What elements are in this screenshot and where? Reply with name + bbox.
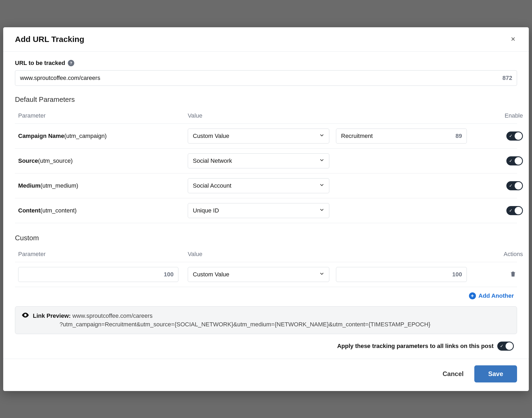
chevron-down-icon [319,182,325,189]
source-value-select[interactable]: Social Network [188,153,329,168]
campaign-label: Campaign Name(utm_campaign) [18,133,188,140]
medium-enable-toggle[interactable]: ✓ [506,181,523,190]
medium-label: Medium(utm_medium) [18,182,188,189]
default-params-title: Default Parameters [15,95,517,104]
preview-query: ?utm_campaign=Recruitment&utm_source={SO… [60,321,510,328]
content-enable-toggle[interactable]: ✓ [506,206,523,215]
modal-title: Add URL Tracking [15,35,84,44]
chevron-down-icon [319,207,325,214]
apply-all-label: Apply these tracking parameters to all l… [337,343,494,350]
check-icon: ✓ [509,184,513,188]
custom-param-input[interactable] [18,267,178,282]
row-campaign: Campaign Name(utm_campaign) Custom Value… [15,124,517,149]
custom-title: Custom [15,234,517,242]
content-value-select[interactable]: Unique ID [188,203,329,218]
apply-all-toggle[interactable]: ✓ [497,342,514,351]
source-label: Source(utm_source) [18,157,188,164]
eye-icon [22,312,29,319]
check-icon: ✓ [509,134,513,138]
col-custom-parameter: Parameter [18,251,188,258]
row-medium: Medium(utm_medium) Social Account ✓ [15,173,517,198]
url-label-row: URL to be tracked ? [15,60,517,67]
campaign-custom-wrap: 89 [336,129,467,144]
url-input[interactable] [15,70,517,86]
chevron-down-icon [319,132,325,140]
modal-header: Add URL Tracking ✕ [3,27,529,52]
trash-icon[interactable] [510,270,517,279]
medium-value-select[interactable]: Social Account [188,178,329,193]
chevron-down-icon [319,271,325,278]
row-content: Content(utm_content) Unique ID ✓ [15,198,517,223]
col-custom-value: Value [188,251,336,258]
col-enable: Enable [470,112,523,119]
chevron-down-icon [319,157,325,165]
preview-base-url: www.sproutcoffee.com/careers [72,312,152,319]
url-char-counter: 872 [502,75,512,82]
custom-row: 100 Custom Value 100 [15,262,517,287]
custom-value-select[interactable]: Custom Value [188,267,329,282]
default-params-header: Parameter Value Enable [15,108,517,124]
campaign-custom-counter: 89 [456,133,462,140]
row-source: Source(utm_source) Social Network ✓ [15,149,517,173]
modal-body: URL to be tracked ? 872 Default Paramete… [3,52,529,359]
source-enable-toggle[interactable]: ✓ [506,156,523,165]
link-preview-box: Link Preview: www.sproutcoffee.com/caree… [15,306,517,334]
preview-label: Link Preview: [33,312,71,319]
custom-value-input[interactable] [336,267,467,282]
cancel-button[interactable]: Cancel [439,366,467,381]
custom-header: Parameter Value Actions [15,246,517,262]
campaign-custom-input[interactable] [336,129,467,144]
url-input-wrap: 872 [15,70,517,86]
close-icon[interactable]: ✕ [509,35,517,44]
add-url-tracking-modal: Add URL Tracking ✕ URL to be tracked ? 8… [3,27,529,391]
check-icon: ✓ [509,159,513,163]
apply-all-row: Apply these tracking parameters to all l… [15,334,517,353]
save-button[interactable]: Save [474,365,517,382]
campaign-value-select[interactable]: Custom Value [188,129,329,144]
content-label: Content(utm_content) [18,207,188,214]
modal-footer: Cancel Save [3,359,529,391]
col-custom-actions: Actions [470,251,523,258]
add-another-button[interactable]: + Add Another [469,292,514,299]
plus-circle-icon: + [469,292,476,299]
custom-param-counter: 100 [164,271,174,278]
custom-value-counter: 100 [452,271,462,278]
check-icon: ✓ [509,208,513,213]
help-icon[interactable]: ? [68,60,74,66]
custom-section: Custom Parameter Value Actions 100 Custo… [15,234,517,304]
check-icon: ✓ [500,344,503,348]
col-parameter: Parameter [18,112,188,119]
url-field-label: URL to be tracked [15,60,65,67]
col-value: Value [188,112,336,119]
default-params-table: Parameter Value Enable Campaign Name(utm… [15,108,517,223]
campaign-enable-toggle[interactable]: ✓ [506,131,523,141]
